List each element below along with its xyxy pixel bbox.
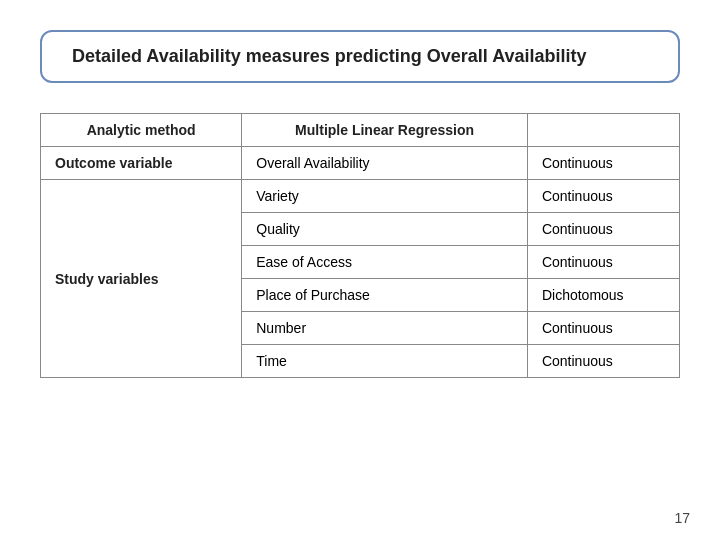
study-ease: Ease of Access <box>242 246 528 279</box>
header-col3 <box>527 114 679 147</box>
study-ease-type: Continuous <box>527 246 679 279</box>
title-box: Detailed Availability measures predictin… <box>40 30 680 83</box>
header-col1: Analytic method <box>41 114 242 147</box>
study-place-type: Dichotomous <box>527 279 679 312</box>
data-table: Analytic method Multiple Linear Regressi… <box>40 113 680 378</box>
study-number: Number <box>242 312 528 345</box>
study-place: Place of Purchase <box>242 279 528 312</box>
study-quality: Quality <box>242 213 528 246</box>
table-row: Outcome variable Overall Availability Co… <box>41 147 680 180</box>
page-number: 17 <box>674 510 690 526</box>
study-time-type: Continuous <box>527 345 679 378</box>
page-container: Detailed Availability measures predictin… <box>0 0 720 540</box>
table-header-row: Analytic method Multiple Linear Regressi… <box>41 114 680 147</box>
table-row: Study variables Variety Continuous <box>41 180 680 213</box>
study-number-type: Continuous <box>527 312 679 345</box>
outcome-label: Outcome variable <box>41 147 242 180</box>
study-label: Study variables <box>41 180 242 378</box>
header-col2: Multiple Linear Regression <box>242 114 528 147</box>
table-wrapper: Analytic method Multiple Linear Regressi… <box>40 113 680 378</box>
study-time: Time <box>242 345 528 378</box>
study-variety-type: Continuous <box>527 180 679 213</box>
outcome-value: Overall Availability <box>242 147 528 180</box>
study-variety: Variety <box>242 180 528 213</box>
outcome-type: Continuous <box>527 147 679 180</box>
study-quality-type: Continuous <box>527 213 679 246</box>
page-title: Detailed Availability measures predictin… <box>72 46 587 66</box>
